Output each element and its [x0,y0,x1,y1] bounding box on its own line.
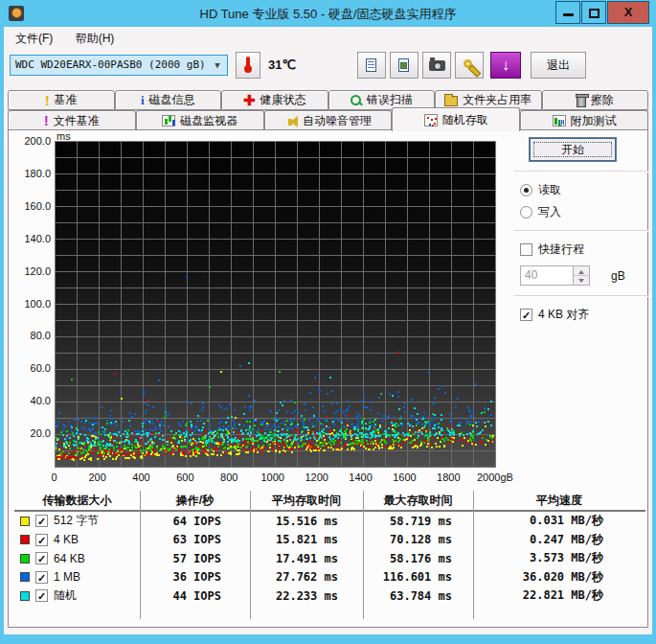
close-button[interactable]: X [607,1,649,24]
align-4kb-checkbox[interactable]: ✓ [520,309,532,321]
tab-health[interactable]: ✚健康状态 [221,90,328,110]
health-cross-icon: ✚ [243,92,256,109]
copy-text-icon [366,58,376,72]
max-access-value: 116.601 ms [363,570,473,584]
x-axis-tick-label: 0 [52,472,57,483]
thermometer-icon [246,57,250,70]
spinner-buttons [574,265,590,286]
column-divider [140,491,141,619]
tab-random-access[interactable]: 随机存取 [392,107,520,131]
series-checkbox[interactable]: ✓ [35,571,48,584]
start-button[interactable]: 开始 [530,138,616,161]
read-radio-row[interactable]: 读取 [520,182,648,198]
tab-aam[interactable]: 自动噪音管理 [264,110,393,130]
screenshot-button[interactable] [422,52,451,79]
col-header-max-access: 最大存取时间 [363,493,473,509]
y-axis-tick-label: 180.0 [11,168,51,179]
separator [514,295,648,297]
minimize-icon [563,13,574,16]
copy-image-button[interactable] [390,52,418,79]
avg-access-value: 22.233 ms [250,589,363,603]
y-axis-tick-label: 20.0 [11,427,51,439]
maximize-button[interactable] [581,1,606,24]
table-row: ✓ 64 KB 57 IOPS 17.491 ms 58.176 ms 3.57… [14,549,645,568]
drive-selector-dropdown[interactable]: WDC WD20EARX-00PASB0 (2000 gB) ▼ [10,55,228,76]
short-stroke-row[interactable]: 快捷行程 [520,242,648,258]
avg-access-value: 17.491 ms [250,552,363,565]
scatter-icon [424,114,438,126]
title-bar[interactable]: HD Tune 专业版 5.50 - 硬盘/固态硬盘实用程序 X [0,0,656,27]
x-axis-tick-label: 1200 [305,472,328,483]
tab-disk-info[interactable]: i磁盘信息 [115,90,222,110]
update-button[interactable]: ↓ [490,52,521,79]
series-color-swatch [20,517,30,526]
read-label: 读取 [538,182,561,198]
x-axis-tick-label: 800 [220,472,238,483]
iops-value: 44 IOPS [140,589,250,603]
menu-help[interactable]: 帮助(H) [68,27,123,47]
wrench-icon [464,59,472,68]
write-radio-row[interactable]: 写入 [520,204,648,220]
write-radio[interactable] [520,206,532,218]
x-axis-tick-label: 400 [132,472,149,483]
bar-chart-icon [162,115,175,126]
series-checkbox[interactable]: ✓ [35,515,48,527]
align-row[interactable]: ✓ 4 KB 对齐 [520,307,648,323]
capacity-unit: gB [611,269,625,283]
series-checkbox[interactable]: ✓ [35,552,48,564]
tab-erase[interactable]: 擦除 [542,90,649,110]
series-label: 1 MB [54,570,80,584]
short-stroke-checkbox[interactable] [520,243,532,256]
iops-value: 63 IOPS [140,533,250,546]
trash-icon [577,96,586,107]
tab-benchmark[interactable]: !基准 [8,90,115,110]
chart-icon [553,115,566,126]
tab-row-2: !文件基准 磁盘监视器 自动噪音管理 随机存取 附加测试 [8,110,648,130]
table-row: ✓ 4 KB 63 IOPS 15.821 ms 70.128 ms 0.247… [14,531,645,550]
avg-speed-value: 22.821 MB/秒 [473,587,645,604]
access-time-scatter-chart [55,141,496,468]
x-axis-tick-label: 1400 [349,472,372,483]
tab-row-1: !基准 i磁盘信息 ✚健康状态 错误扫描 文件夹占用率 擦除 [8,90,648,110]
series-color-swatch [20,572,30,582]
series-color-swatch [20,591,30,601]
max-access-value: 70.128 ms [363,533,473,546]
capacity-input[interactable]: 40 [520,265,574,286]
chevron-down-icon: ▼ [210,58,225,73]
options-button[interactable] [455,52,484,79]
x-axis-tick-label: 1600 [393,472,416,483]
copy-image-icon [398,58,409,72]
separator [514,171,648,172]
random-access-page: ms 200.0180.0160.0140.0120.0100.080.060.… [8,129,648,628]
table-row: ✓ 1 MB 36 IOPS 27.762 ms 116.601 ms 36.0… [14,568,645,587]
series-label: 随机 [54,587,77,604]
spin-up-button[interactable] [574,266,589,276]
avg-access-value: 27.762 ms [250,570,363,584]
col-header-avg-speed: 平均速度 [473,493,645,509]
exit-button[interactable]: 退出 [531,52,586,79]
menu-file[interactable]: 文件(F) [8,27,60,47]
series-checkbox[interactable]: ✓ [35,589,48,602]
y-axis-tick-label: 100.0 [11,298,51,310]
tab-disk-monitor[interactable]: 磁盘监视器 [136,110,264,130]
info-icon: i [141,93,145,108]
spin-down-button[interactable] [574,276,589,285]
series-label: 64 KB [54,552,85,565]
table-body: ✓ 512 字节 64 IOPS 15.516 ms 58.719 ms 0.0… [14,512,645,606]
y-axis-tick-label: 80.0 [11,330,51,341]
tab-file-benchmark[interactable]: !文件基准 [8,110,136,130]
series-label: 512 字节 [54,513,99,529]
tab-extra-tests[interactable]: 附加测试 [520,110,648,130]
table-row: ✓ 512 字节 64 IOPS 15.516 ms 58.719 ms 0.0… [14,512,645,531]
copy-text-button[interactable] [357,52,386,79]
avg-speed-value: 36.020 MB/秒 [473,569,645,586]
read-radio[interactable] [520,184,532,196]
avg-access-value: 15.516 ms [250,515,363,528]
x-axis-tick-label: 200 [88,472,105,483]
iops-value: 57 IOPS [140,552,250,565]
column-divider [363,491,364,619]
minimize-button[interactable] [555,1,580,24]
series-legend: ✓ 随机 [14,587,140,604]
series-legend: ✓ 512 字节 [14,513,140,529]
series-checkbox[interactable]: ✓ [35,534,48,546]
